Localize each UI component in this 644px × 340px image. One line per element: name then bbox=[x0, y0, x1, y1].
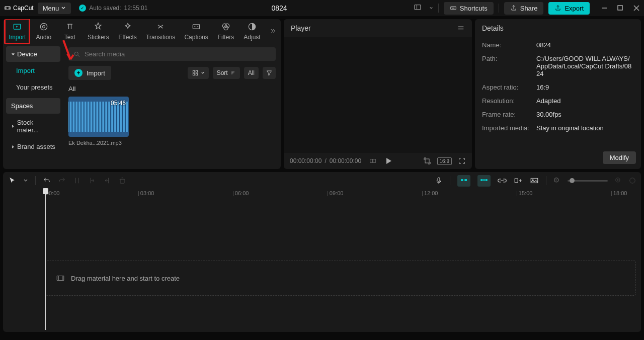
chevron-down-icon[interactable] bbox=[23, 178, 28, 183]
sidebar-item-presets[interactable]: Your presets bbox=[6, 79, 60, 95]
chevron-down-icon[interactable] bbox=[429, 6, 433, 10]
sidebar-item-stock[interactable]: Stock mater... bbox=[6, 115, 60, 138]
player-viewport[interactable] bbox=[284, 37, 472, 153]
split-icon[interactable] bbox=[73, 177, 81, 185]
zoom-fit-icon[interactable] bbox=[629, 177, 636, 184]
tab-captions[interactable]: Captions bbox=[180, 19, 213, 43]
pointer-icon[interactable] bbox=[8, 177, 16, 185]
tab-text[interactable]: Text bbox=[57, 19, 83, 43]
shortcuts-button[interactable]: Shortcuts bbox=[444, 2, 494, 15]
redo-icon[interactable] bbox=[58, 177, 66, 185]
menu-icon[interactable] bbox=[457, 24, 465, 32]
timeline-ruler[interactable]: 00:00 03:00 06:00 09:00 12:00 15:00 18:0… bbox=[3, 189, 641, 200]
trim-left-icon[interactable] bbox=[88, 177, 96, 185]
modify-button[interactable]: Modify bbox=[603, 151, 636, 164]
project-title[interactable]: 0824 bbox=[151, 4, 407, 12]
ratio-badge[interactable]: 16:9 bbox=[437, 157, 452, 165]
play-button[interactable] bbox=[386, 158, 391, 164]
svg-point-6 bbox=[42, 26, 45, 28]
sidebar-item-device[interactable]: Device bbox=[6, 46, 60, 62]
mic-icon[interactable] bbox=[435, 177, 443, 185]
tab-label: Transitions bbox=[146, 34, 175, 41]
media-category-all[interactable]: All bbox=[68, 85, 276, 93]
maximize-icon[interactable] bbox=[617, 5, 624, 12]
tab-effects[interactable]: Effects bbox=[114, 19, 141, 43]
sidebar-item-import[interactable]: Import bbox=[6, 63, 60, 78]
player-controls: 00:00:00:00 / 00:00:00:00 16:9 bbox=[284, 153, 472, 169]
trim-right-icon[interactable] bbox=[103, 177, 111, 185]
export-icon bbox=[554, 5, 561, 12]
search-input[interactable]: Search media bbox=[68, 47, 276, 61]
timeline-dropzone[interactable]: Drag material here and start to create bbox=[45, 261, 636, 296]
tabs-more-button[interactable] bbox=[265, 19, 280, 43]
fullscreen-icon[interactable] bbox=[458, 157, 466, 165]
filter-button[interactable] bbox=[263, 67, 276, 79]
audio-icon bbox=[39, 22, 49, 32]
zoom-thumb[interactable] bbox=[570, 178, 575, 183]
tab-stickers[interactable]: Stickers bbox=[83, 19, 114, 43]
sidebar-item-brand[interactable]: Brand assets bbox=[6, 139, 60, 154]
svg-rect-21 bbox=[438, 178, 440, 182]
sort-button[interactable]: Sort bbox=[213, 67, 240, 79]
detail-row-name: Name: 0824 bbox=[482, 41, 634, 49]
undo-icon[interactable] bbox=[43, 177, 51, 185]
text-icon bbox=[65, 22, 75, 32]
detail-row-path: Path: C:/Users/GOOD WILL ALWAYS/AppData/… bbox=[482, 55, 634, 77]
tab-transitions[interactable]: Transitions bbox=[141, 19, 180, 43]
divider bbox=[546, 176, 546, 185]
tab-audio[interactable]: Audio bbox=[31, 19, 57, 43]
sidebar-item-spaces[interactable]: Spaces bbox=[6, 98, 60, 114]
svg-rect-20 bbox=[120, 179, 124, 183]
scale-icon[interactable] bbox=[423, 157, 431, 165]
compare-icon[interactable] bbox=[369, 157, 376, 164]
all-filter-button[interactable]: All bbox=[244, 67, 259, 79]
tab-label: Captions bbox=[184, 34, 208, 41]
import-icon bbox=[12, 22, 22, 32]
menu-button[interactable]: Menu bbox=[38, 3, 71, 14]
details-panel: Details Name: 0824 Path: C:/Users/GOOD W… bbox=[475, 19, 641, 169]
magnet-track-button[interactable] bbox=[477, 175, 491, 187]
current-time: 00:00:00:00 bbox=[290, 157, 321, 164]
minimize-icon[interactable] bbox=[601, 5, 608, 12]
svg-rect-24 bbox=[480, 179, 482, 181]
cover-icon[interactable] bbox=[530, 177, 539, 184]
layout-button[interactable] bbox=[411, 1, 424, 16]
link-icon[interactable] bbox=[498, 177, 507, 184]
share-button[interactable]: Share bbox=[504, 2, 544, 15]
playhead-handle[interactable] bbox=[43, 188, 48, 194]
detail-label: Frame rate: bbox=[482, 111, 536, 118]
sidebar-label: Stock mater... bbox=[17, 119, 55, 134]
caret-down-icon bbox=[11, 52, 15, 56]
sort-icon bbox=[230, 70, 236, 76]
detail-label: Aspect ratio: bbox=[482, 83, 536, 91]
transitions-icon bbox=[155, 22, 166, 32]
search-placeholder: Search media bbox=[85, 50, 125, 58]
delete-icon[interactable] bbox=[118, 177, 126, 185]
tab-import[interactable]: Import bbox=[4, 19, 31, 43]
tab-adjust[interactable]: Adjust bbox=[239, 19, 265, 43]
detail-value: C:/Users/GOOD WILL ALWAYS/AppData/Local/… bbox=[536, 55, 634, 77]
media-thumbnail[interactable]: 05:46 Ek Dekha...2021.mp3 bbox=[68, 97, 129, 146]
sidebar-label: Brand assets bbox=[17, 143, 55, 150]
player-panel: Player 00:00:00:00 / 00:00:00:00 16:9 bbox=[284, 19, 472, 169]
close-icon[interactable] bbox=[633, 5, 640, 12]
export-button[interactable]: Export bbox=[548, 2, 590, 15]
preview-icon[interactable] bbox=[514, 177, 523, 184]
playhead[interactable] bbox=[45, 189, 46, 330]
magnet-icon bbox=[460, 177, 468, 184]
zoom-out-icon[interactable] bbox=[553, 177, 560, 184]
magnet-main-button[interactable] bbox=[457, 175, 470, 187]
chevron-down-icon bbox=[201, 71, 205, 75]
ruler-tick: 03:00 bbox=[138, 190, 154, 196]
svg-point-12 bbox=[74, 52, 78, 55]
import-button[interactable]: + Import bbox=[68, 66, 111, 80]
svg-rect-25 bbox=[484, 179, 485, 181]
check-icon: ✓ bbox=[79, 5, 86, 12]
tab-filters[interactable]: Filters bbox=[213, 19, 239, 43]
plus-icon: + bbox=[74, 69, 83, 77]
tab-label: Adjust bbox=[244, 34, 260, 41]
filters-icon bbox=[221, 22, 231, 32]
view-mode-button[interactable] bbox=[188, 67, 209, 79]
zoom-slider[interactable] bbox=[568, 180, 608, 182]
zoom-in-icon[interactable] bbox=[615, 177, 622, 184]
